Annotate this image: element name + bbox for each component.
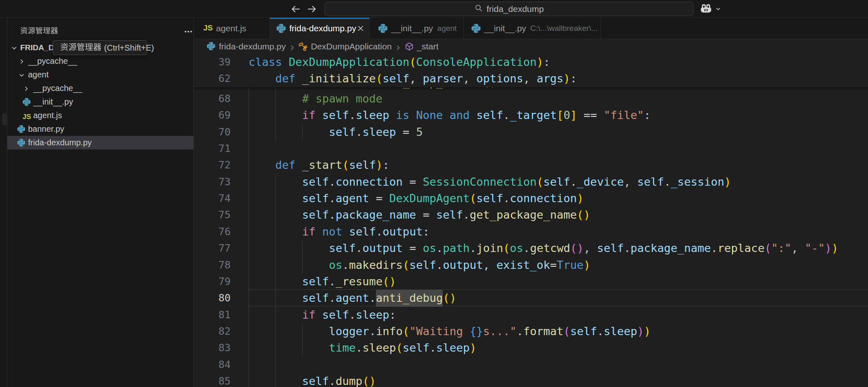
code-line-81: 81 if self.sleep: xyxy=(194,307,868,323)
tab-label: agent.js xyxy=(216,23,246,33)
tree-item-label: agent xyxy=(28,68,49,82)
tree-item-label: __pycache__ xyxy=(28,54,77,68)
tab--init-py[interactable]: __init__.pyagent xyxy=(370,18,464,39)
tooltip-shortcut: (Ctrl+Shift+E) xyxy=(102,43,154,53)
search-icon xyxy=(474,4,483,14)
code-line-84: 84 xyxy=(194,357,868,373)
tab-bar: JSagent.jsfrida-dexdump.py__init__.pyage… xyxy=(194,18,868,39)
line-number: 79 xyxy=(194,273,231,290)
search-value: frida_dexdump xyxy=(487,4,544,14)
code-line-69: 69 if self.sleep is None and self._targe… xyxy=(194,107,868,124)
explorer-title xyxy=(20,26,58,36)
line-content: # spawn mode xyxy=(249,91,382,107)
breadcrumb-item[interactable]: DexDumpApplication xyxy=(311,42,392,51)
title-bar: frida_dexdump xyxy=(0,0,868,18)
tab-agent-js[interactable]: JSagent.js xyxy=(194,18,270,39)
line-number: 77 xyxy=(194,240,231,256)
sticky-scroll: 39class DexDumpApplication(ConsoleApplic… xyxy=(194,54,868,87)
line-number: 75 xyxy=(194,207,231,223)
line-number: 68 xyxy=(194,91,231,107)
line-number: 78 xyxy=(194,257,231,273)
tree-item--pycache-[interactable]: __pycache__ xyxy=(7,54,194,68)
activity-icon-fragment xyxy=(2,113,7,125)
code-line-83: 83 time.sleep(self.sleep) xyxy=(194,340,868,356)
line-number: 76 xyxy=(194,224,231,240)
breadcrumb-item[interactable]: frida-dexdump.py xyxy=(219,42,286,51)
tree-item-agent[interactable]: agent xyxy=(7,68,194,82)
code-line-70: 70 self.sleep = 5 xyxy=(194,124,868,140)
line-content: self.connection = SessionConnection(self… xyxy=(249,174,731,190)
line-content: self._resume() xyxy=(249,273,396,290)
tree-item-label: frida-dexdump.py xyxy=(28,136,92,149)
tab-label: __init__.py xyxy=(484,23,526,33)
command-center-search[interactable]: frida_dexdump xyxy=(324,2,694,16)
more-actions-button[interactable] xyxy=(182,25,195,37)
chevron-down-icon xyxy=(715,6,721,14)
chevron-right-icon xyxy=(23,85,30,92)
tree-item-label: __init__.py xyxy=(33,95,73,109)
copilot-menu[interactable] xyxy=(700,2,721,16)
python-file-icon xyxy=(23,98,30,106)
breadcrumb-item[interactable]: _start xyxy=(417,42,439,51)
line-number: 62 xyxy=(194,70,231,87)
line-number: 84 xyxy=(194,357,231,373)
tree-item-agent-js[interactable]: JSagent.js xyxy=(7,109,194,122)
tree-item-label: __pycache__ xyxy=(33,82,82,95)
line-content: time.sleep(self.sleep) xyxy=(249,340,476,356)
line-number: 83 xyxy=(194,340,231,356)
code-editor[interactable]: 67 self.enable_deep_search()68 # spawn m… xyxy=(194,54,868,387)
explorer-tooltip: (Ctrl+Shift+E) xyxy=(53,40,147,55)
line-number: 74 xyxy=(194,190,231,207)
tooltip-text xyxy=(60,42,101,53)
line-number: 71 xyxy=(194,140,231,157)
chevron-down-icon xyxy=(11,44,18,51)
tree-item-banner-py[interactable]: banner.py xyxy=(7,122,194,136)
code-line-72: 72 def _start(self): xyxy=(194,157,868,173)
tab--init-py[interactable]: __init__.pyC:\...\wallbreaker\... xyxy=(464,18,601,39)
tree-item-label: banner.py xyxy=(28,122,64,136)
chevron-down-icon xyxy=(18,71,25,78)
python-file-icon xyxy=(17,125,25,133)
python-file-icon xyxy=(472,24,481,33)
tree-item-frida-dexdump-py[interactable]: frida-dexdump.py xyxy=(7,136,194,149)
line-number: 39 xyxy=(194,54,231,70)
tree-item--pycache-[interactable]: __pycache__ xyxy=(7,82,194,95)
js-file-icon: JS xyxy=(203,24,212,33)
code-line-77: 77 self.output = os.path.join(os.getcwd(… xyxy=(194,240,868,256)
line-content: class DexDumpApplication(ConsoleApplicat… xyxy=(249,54,550,70)
line-number: 69 xyxy=(194,107,231,124)
line-content: self.package_name = self.get_package_nam… xyxy=(249,207,590,223)
tab-bar-filler xyxy=(601,18,868,39)
vscode-window: frida_dexdump FRIDA_DE__pycache__agent__… xyxy=(0,0,868,387)
line-number: 81 xyxy=(194,307,231,323)
tab-description: C:\...\wallbreaker\... xyxy=(530,24,598,33)
line-content: def _initialize(self, parser, options, a… xyxy=(249,70,577,87)
code-line-85: 85 self.dump() xyxy=(194,373,868,387)
back-arrow-icon[interactable] xyxy=(291,4,301,14)
chevron-right-icon xyxy=(395,43,401,50)
close-icon[interactable] xyxy=(357,25,364,32)
line-content: self.output = os.path.join(os.getcwd(), … xyxy=(249,240,838,256)
code-line-62: 62 def _initialize(self, parser, options… xyxy=(194,70,868,87)
activity-bar xyxy=(0,18,7,387)
python-file-icon xyxy=(378,24,387,33)
js-file-icon: JS xyxy=(23,112,30,119)
symbol-class-icon xyxy=(299,42,308,51)
forward-arrow-icon[interactable] xyxy=(306,4,317,14)
code-line-76: 76 if not self.output: xyxy=(194,224,868,240)
code-line-82: 82 logger.info("Waiting {}s...".format(s… xyxy=(194,323,868,340)
tab-frida-dexdump-py[interactable]: frida-dexdump.py xyxy=(270,18,370,39)
line-content: self.dump() xyxy=(249,373,376,387)
line-number: 73 xyxy=(194,174,231,190)
tree-item--init-py[interactable]: __init__.py xyxy=(7,95,194,109)
line-content: def _start(self): xyxy=(249,157,389,173)
code-line-74: 74 self.agent = DexDumpAgent(self.connec… xyxy=(194,190,868,207)
line-content: os.makedirs(self.output, exist_ok=True) xyxy=(249,257,590,273)
python-file-icon xyxy=(207,42,216,51)
line-content: if not self.output: xyxy=(249,224,429,240)
line-content: logger.info("Waiting {}s...".format(self… xyxy=(249,323,650,340)
code-line-73: 73 self.connection = SessionConnection(s… xyxy=(194,174,868,190)
python-file-icon xyxy=(277,24,286,33)
breadcrumb: frida-dexdump.pyDexDumpApplication_start xyxy=(194,39,868,54)
symbol-method-icon xyxy=(405,42,414,51)
